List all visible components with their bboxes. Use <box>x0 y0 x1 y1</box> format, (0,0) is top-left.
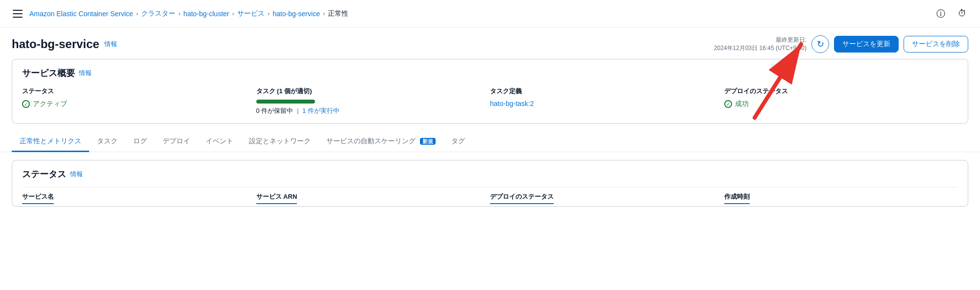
deploy-status-text: 成功 <box>735 100 749 108</box>
status-active-text: アクティブ <box>33 100 67 108</box>
breadcrumb-sep-3: › <box>232 10 234 17</box>
status-col-created-at: 作成時刻 <box>724 192 958 206</box>
card-header: サービス概要 情報 <box>22 67 958 79</box>
task-definition-link[interactable]: hato-bg-task:2 <box>490 100 534 107</box>
hamburger-icon <box>13 10 23 18</box>
status-col-service-name-label: サービス名 <box>22 192 54 204</box>
breadcrumb-cluster-link[interactable]: クラスター <box>141 9 175 18</box>
status-columns: サービス名 サービス ARN デプロイのステータス 作成時刻 <box>22 187 958 206</box>
top-nav-right: ⓘ ⏱ <box>933 6 970 22</box>
progress-bar-container <box>256 100 481 104</box>
tab-tasks[interactable]: タスク <box>89 132 125 152</box>
tab-health-metrics[interactable]: 正常性とメトリクス <box>12 132 89 152</box>
count-separator: | <box>297 107 300 114</box>
status-col-deploy-status: デプロイのステータス <box>490 192 724 206</box>
running-count: 1 件が実行中 <box>302 107 340 114</box>
menu-button[interactable] <box>10 6 25 22</box>
status-section-header: ステータス 情報 <box>22 168 958 180</box>
tab-logs[interactable]: ログ <box>125 132 155 152</box>
tasks-label: タスク (1 個が適切) <box>256 87 481 96</box>
pending-count: 0 件が保留中 <box>256 107 294 114</box>
delete-service-button[interactable]: サービスを削除 <box>904 36 968 53</box>
breadcrumb: Amazon Elastic Container Service › クラスター… <box>29 9 929 18</box>
status-col-service-name: サービス名 <box>22 192 256 206</box>
tab-tasks-label: タスク <box>97 137 118 145</box>
tab-deploy[interactable]: デプロイ <box>155 132 198 152</box>
status-col-deploy-status-label: デプロイのステータス <box>490 192 554 204</box>
tab-auto-scaling-label: サービスの自動スケーリング <box>326 137 416 145</box>
breadcrumb-service-name-link[interactable]: hato-bg-service <box>272 10 320 18</box>
refresh-button[interactable]: ↻ <box>811 35 829 53</box>
tasks-column: タスク (1 個が適切) 0 件が保留中 | 1 件が実行中 <box>256 87 490 115</box>
card-title: サービス概要 <box>22 67 75 79</box>
breadcrumb-services-link[interactable]: サービス <box>237 9 265 18</box>
task-definition-column: タスク定義 hato-bg-task:2 <box>490 87 724 115</box>
progress-bar-fill <box>256 100 315 104</box>
status-col-arn: サービス ARN <box>256 192 490 206</box>
breadcrumb-sep-5: › <box>323 10 325 17</box>
tab-events-label: イベント <box>206 137 233 145</box>
breadcrumb-sep-1: › <box>136 10 138 17</box>
task-definition-label: タスク定義 <box>490 87 714 96</box>
page-title: hato-bg-service <box>12 37 99 51</box>
status-section: ステータス 情報 サービス名 サービス ARN デプロイのステータス 作成時刻 <box>12 160 968 207</box>
deploy-status-label: デプロイのステータス <box>724 87 949 96</box>
status-section-info-link[interactable]: 情報 <box>70 170 83 179</box>
status-section-title: ステータス <box>22 168 66 180</box>
tab-events[interactable]: イベント <box>198 132 241 152</box>
page-title-info-link[interactable]: 情報 <box>104 40 117 49</box>
info-icon-button[interactable]: ⓘ <box>933 6 949 22</box>
deploy-status-column: デプロイのステータス ✓ 成功 <box>724 87 958 115</box>
card-body: ステータス ✓ アクティブ タスク (1 個が適切) 0 件が保留中 | 1 <box>22 87 958 115</box>
page-header-right: 最終更新日: 2024年12月03日 16:45 (UTC+9:00) ↻ サー… <box>714 35 968 53</box>
check-icon: ✓ <box>22 100 30 108</box>
tab-auto-scaling-badge: 新規 <box>420 138 436 145</box>
tab-tags[interactable]: タグ <box>443 132 473 152</box>
status-col-created-at-label: 作成時刻 <box>724 192 750 204</box>
breadcrumb-sep-2: › <box>178 10 180 17</box>
tab-logs-label: ログ <box>133 137 147 145</box>
tab-auto-scaling[interactable]: サービスの自動スケーリング 新規 <box>318 132 443 152</box>
status-col-arn-label: サービス ARN <box>256 192 297 204</box>
page-header-left: hato-bg-service 情報 <box>12 37 117 51</box>
update-service-button[interactable]: サービスを更新 <box>834 36 899 53</box>
tab-settings-network[interactable]: 設定とネットワーク <box>241 132 318 152</box>
status-value: ✓ アクティブ <box>22 100 246 108</box>
status-column: ステータス ✓ アクティブ <box>22 87 256 115</box>
tab-settings-network-label: 設定とネットワーク <box>249 137 311 145</box>
last-updated-text: 最終更新日: 2024年12月03日 16:45 (UTC+9:00) <box>714 36 807 53</box>
breadcrumb-ecs-link[interactable]: Amazon Elastic Container Service <box>29 10 133 18</box>
clock-icon-button[interactable]: ⏱ <box>955 6 970 22</box>
deploy-check-icon: ✓ <box>724 100 732 108</box>
task-definition-value: hato-bg-task:2 <box>490 100 714 107</box>
page-header: hato-bg-service 情報 最終更新日: 2024年12月03日 16… <box>0 27 980 59</box>
deploy-status-value: ✓ 成功 <box>724 100 949 108</box>
tab-deploy-label: デプロイ <box>163 137 190 145</box>
breadcrumb-current: 正常性 <box>328 9 348 18</box>
breadcrumb-cluster-name-link[interactable]: hato-bg-cluster <box>183 10 229 18</box>
tabs-container: 正常性とメトリクス タスク ログ デプロイ イベント 設定とネットワーク サービ… <box>0 132 980 152</box>
status-label: ステータス <box>22 87 246 96</box>
task-counts: 0 件が保留中 | 1 件が実行中 <box>256 106 481 115</box>
tab-health-metrics-label: 正常性とメトリクス <box>20 137 81 145</box>
tab-tags-label: タグ <box>451 137 465 145</box>
card-info-link[interactable]: 情報 <box>79 69 92 78</box>
service-overview-card: サービス概要 情報 ステータス ✓ アクティブ タスク (1 個が適切) <box>12 59 968 124</box>
progress-bar <box>256 100 315 104</box>
breadcrumb-sep-4: › <box>268 10 270 17</box>
top-nav: Amazon Elastic Container Service › クラスター… <box>0 0 980 27</box>
